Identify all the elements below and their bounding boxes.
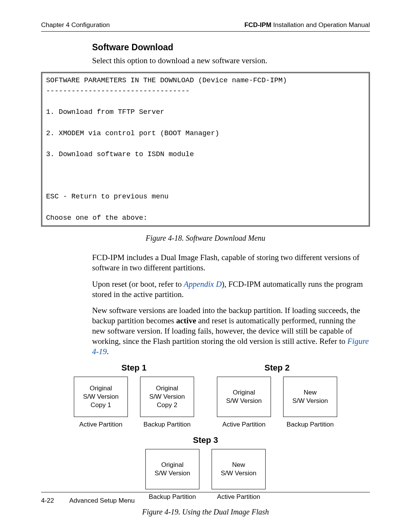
step-1-title: Step 1	[74, 363, 194, 373]
step-1-group: Step 1 Original S/W Version Copy 1 Activ…	[74, 363, 194, 428]
text: Upon reset (or boot, refer to	[92, 280, 184, 289]
text: .	[107, 347, 109, 356]
partition-box: Original S/W Version Copy 2	[140, 377, 194, 417]
figure-4-19-caption: Figure 4-19. Using the Dual Image Flash	[41, 508, 370, 516]
intro-text: Select this option to download a new sof…	[92, 56, 370, 66]
terminal-screen: SOFTWARE PARAMETERS IN THE DOWNLOAD (Dev…	[41, 72, 370, 227]
header-left: Chapter 4 Configuration	[41, 21, 110, 29]
page-header: Chapter 4 Configuration FCD-IPM Installa…	[41, 21, 370, 32]
step1-box-a: Original S/W Version Copy 1 Active Parti…	[74, 377, 128, 428]
step2-box-b: New S/W Version Backup Partition	[283, 377, 337, 428]
footer-section-title: Advanced Setup Menu	[69, 497, 135, 505]
paragraph-new-software: New software versions are loaded into th…	[92, 305, 370, 356]
page: Chapter 4 Configuration FCD-IPM Installa…	[0, 0, 411, 532]
partition-label-active: Active Partition	[217, 421, 271, 428]
partition-label-backup: Backup Partition	[283, 421, 337, 428]
content-block: Software Download Select this option to …	[41, 32, 370, 516]
partition-box: New S/W Version	[283, 377, 337, 417]
header-product: FCD-IPM	[244, 21, 271, 29]
step1-box-b: Original S/W Version Copy 2 Backup Parti…	[140, 377, 194, 428]
appendix-d-link[interactable]: Appendix D	[184, 280, 222, 289]
section-title: Software Download	[92, 42, 370, 53]
partition-label-backup: Backup Partition	[140, 421, 194, 428]
paragraph-reset: Upon reset (or boot, refer to Appendix D…	[92, 279, 370, 300]
step-2-title: Step 2	[217, 363, 337, 373]
step-2-group: Step 2 Original S/W Version Active Parti…	[217, 363, 337, 428]
partition-box: New S/W Version	[212, 449, 266, 489]
paragraph-dual-image: FCD-IPM includes a Dual Image Flash, cap…	[92, 252, 370, 273]
step-3-title: Step 3	[41, 435, 370, 445]
partition-box: Original S/W Version Copy 1	[74, 377, 128, 417]
header-right: FCD-IPM Installation and Operation Manua…	[244, 21, 370, 29]
page-number: 4-22	[41, 497, 54, 505]
step2-box-a: Original S/W Version Active Partition	[217, 377, 271, 428]
page-footer: 4-22 Advanced Setup Menu	[41, 492, 370, 505]
partition-label-active: Active Partition	[74, 421, 128, 428]
partition-box: Original S/W Version	[145, 449, 199, 489]
figure-4-18-caption: Figure 4-18. Software Download Menu	[41, 234, 370, 243]
partition-box: Original S/W Version	[217, 377, 271, 417]
active-bold: active	[176, 316, 196, 325]
header-subtitle: Installation and Operation Manual	[271, 21, 370, 29]
